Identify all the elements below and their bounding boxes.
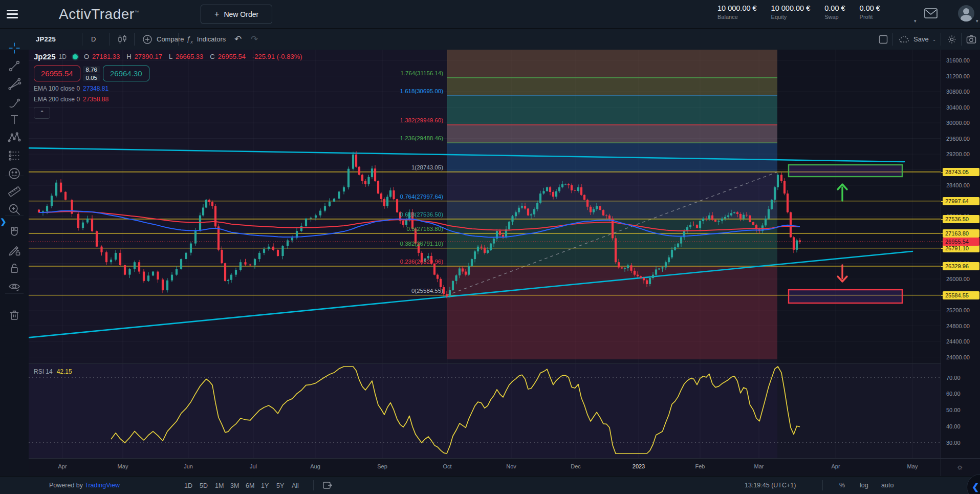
left-panel-expand-chevron-icon[interactable]: ❯ [0,217,7,226]
rsi-axis-label: 30.00 [946,440,961,446]
ohlc-h-key: H [126,53,131,60]
text-tool[interactable] [7,113,21,127]
ohlc-l-key: L [169,53,172,60]
patterns-tool[interactable] [7,131,21,145]
chart-style-button[interactable] [117,29,128,50]
percent-scale-button[interactable]: % [839,482,845,489]
tradingview-link[interactable]: TradingView [84,482,120,489]
rsi-axis-label: 70.00 [946,375,961,381]
price-axis-label: 30800.00 [946,89,970,95]
auto-scale-button[interactable]: auto [881,482,894,489]
ema200-legend[interactable]: EMA 200 close 027358.88 [34,96,306,103]
save-button[interactable]: Save ⌄ [899,29,936,50]
range-6m-button[interactable]: 6M [246,477,254,494]
sell-price-button[interactable]: 26955.54 [34,66,80,81]
price-axis-label: 31200.00 [946,73,970,79]
plus-icon: + [214,10,219,19]
chart-area[interactable]: 1.764(31156.14)1.618(30695.00)1.382(2994… [29,50,941,458]
price-axis-label: 25200.00 [946,307,970,313]
ruler-tool[interactable] [7,184,21,199]
mail-icon[interactable] [924,8,938,21]
top-bar: ActivTrader™ +New Order 10 000.00 €Balan… [0,0,980,29]
range-5y-button[interactable]: 5Y [276,477,284,494]
layout-button[interactable] [878,29,888,50]
log-scale-button[interactable]: log [860,482,868,489]
time-axis-label: Jul [250,463,257,469]
profit-dropdown-caret-icon[interactable]: ▾ [914,18,917,24]
time-axis-label: May [118,463,128,469]
legend-collapse-button[interactable]: ⌃ [34,107,50,119]
price-axis-label: 24800.00 [946,323,970,329]
chart-legend: Jp225 1D O27181.33 H27390.17 L26665.33 C… [34,52,306,119]
layout-icon [878,34,888,45]
settings-button[interactable] [947,29,957,50]
camera-icon [966,35,976,44]
brush-tool[interactable] [7,95,21,109]
time-axis-label: Feb [695,463,705,469]
range-1y-button[interactable]: 1Y [261,477,269,494]
ohlc-o-key: O [84,53,89,60]
price-axis-label: 30000.00 [946,120,970,126]
buy-price-button[interactable]: 26964.30 [103,66,149,81]
range-1m-button[interactable]: 1M [215,477,224,494]
account-summary: 10 000.00 €Balance10 000.00 €Equity0.00 … [717,4,880,20]
range-1d-button[interactable]: 1D [184,477,192,494]
time-axis[interactable]: AprMayJunJulAugSepOctNovDec2023FebMarApr… [29,458,941,476]
drawing-mode-tool[interactable] [7,243,21,257]
price-axis-label: 28400.00 [946,182,970,188]
trend-line-tool[interactable] [7,59,21,73]
price-level-label: 27163.80 [943,229,979,238]
magnet-tool[interactable] [7,225,21,240]
cloud-icon [899,35,910,44]
forecast-tool[interactable] [7,148,21,163]
ohlc-o-value: 27181.33 [92,53,120,60]
clock[interactable]: 13:19:45 (UTC+1) [745,482,796,489]
fib-tools-tool[interactable] [7,77,21,91]
legend-interval[interactable]: 1D [59,53,67,60]
crosshair-tool[interactable] [7,41,21,55]
avatar[interactable] [958,5,974,22]
ema100-legend[interactable]: EMA 100 close 027348.81 [34,85,306,92]
range-3m-button[interactable]: 3M [230,477,239,494]
drawing-toolbar [0,50,29,476]
rsi-chart-canvas[interactable] [29,364,941,458]
zoom-in-tool[interactable] [7,202,21,217]
range-5d-button[interactable]: 5D [200,477,208,494]
avatar-dropdown-caret-icon[interactable]: ▾ [976,18,978,24]
new-order-button[interactable]: +New Order [201,5,272,24]
chevron-left-icon: ❮ [972,482,979,492]
time-axis-label: Mar [754,463,764,469]
gear-icon [947,34,957,45]
emoji-tool[interactable] [7,166,21,181]
indicators-button[interactable]: ƒx Indicators [186,29,226,50]
ohlc-l-value: 26665.33 [176,53,203,60]
price-axis-label: 24000.00 [946,354,970,360]
time-axis-label: Apr [831,463,840,469]
hide-drawings-tool[interactable] [7,279,21,293]
time-axis-label: Sep [377,463,387,469]
price-level-label: 28743.05 [943,168,979,176]
undo-button[interactable]: ↶ [234,29,242,50]
time-axis-label: 2023 [633,463,645,469]
price-level-label: 27997.64 [943,197,979,205]
goto-date-button[interactable] [322,481,333,491]
remove-drawings-tool[interactable] [7,307,21,321]
account-balance: 10 000.00 €Balance [717,4,757,20]
account-profit: 0.00 €Profit [860,4,880,20]
rsi-legend[interactable]: RSI 1442.15 [34,368,72,375]
time-axis-label: Dec [571,463,581,469]
rsi-axis-label: 40.00 [946,423,961,429]
screenshot-button[interactable] [966,29,976,50]
hamburger-menu-icon[interactable] [7,10,18,18]
app-logo: ActivTrader™ [59,6,139,23]
lock-drawings-tool[interactable] [7,261,21,275]
ohlc-c-value: 26955.54 [218,53,246,60]
range-all-button[interactable]: All [292,477,299,494]
interval-button[interactable]: D [91,29,96,50]
price-axis[interactable]: 31600.0031200.0030800.0030400.0030000.00… [941,50,980,458]
legend-symbol[interactable]: Jp225 [34,52,56,61]
symbol-button[interactable]: JP225 [36,29,56,50]
save-caret-icon: ⌄ [932,37,937,42]
redo-button[interactable]: ↷ [251,29,258,50]
brightness-sun-icon[interactable]: ☼ [956,462,964,471]
